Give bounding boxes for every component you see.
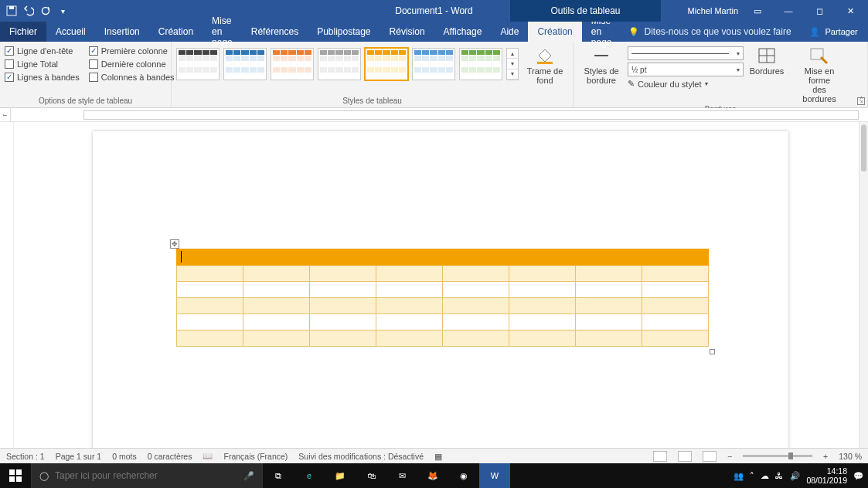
border-styles-button[interactable]: Styles de bordure bbox=[578, 45, 625, 85]
table-style-1[interactable] bbox=[223, 48, 267, 80]
border-painter-label: Mise en forme des bordures bbox=[795, 66, 844, 103]
borders-button[interactable]: Bordures bbox=[747, 45, 787, 76]
status-words[interactable]: 0 mots bbox=[112, 452, 137, 461]
table-style-5[interactable] bbox=[412, 48, 455, 80]
scroll-thumb[interactable] bbox=[861, 125, 866, 171]
network-icon[interactable]: 🖧 bbox=[775, 471, 784, 480]
collapse-ribbon-icon[interactable]: ˄ bbox=[859, 96, 863, 104]
tell-me-input[interactable] bbox=[644, 26, 791, 37]
tab-home[interactable]: Accueil bbox=[46, 22, 95, 42]
svg-rect-3 bbox=[537, 62, 553, 64]
taskbar-clock[interactable]: 14:18 08/01/2019 bbox=[806, 466, 847, 485]
spellcheck-icon[interactable]: 📖 bbox=[203, 451, 213, 461]
firefox-icon[interactable]: 🦊 bbox=[417, 463, 448, 488]
pen-color-button[interactable]: ✎ Couleur du stylet ▾ bbox=[628, 79, 744, 89]
taskbar-search[interactable]: ◯ 🎤 bbox=[31, 463, 263, 488]
onedrive-icon[interactable]: ☁ bbox=[761, 471, 769, 480]
table-style-3[interactable] bbox=[318, 48, 361, 80]
table-style-0[interactable] bbox=[176, 48, 220, 80]
borders-label: Bordures bbox=[750, 66, 785, 76]
opt-last-col-label: Dernière colonne bbox=[101, 59, 166, 69]
redo-icon[interactable] bbox=[40, 5, 51, 16]
ribbon-display-icon[interactable]: ▭ bbox=[746, 0, 769, 22]
vertical-scrollbar[interactable]: ▴ ▾ bbox=[859, 122, 868, 463]
clock-time: 14:18 bbox=[806, 466, 847, 476]
opt-first-col[interactable]: Première colonne bbox=[89, 46, 175, 56]
pen-color-label: Couleur du stylet bbox=[638, 80, 702, 89]
pen-style-combo[interactable] bbox=[628, 46, 744, 60]
status-section[interactable]: Section : 1 bbox=[6, 452, 45, 461]
gallery-more[interactable]: ▴▾▾ bbox=[506, 48, 519, 80]
opt-banded-rows[interactable]: Lignes à bandes bbox=[5, 73, 80, 82]
start-button[interactable] bbox=[0, 463, 31, 488]
contextual-tab-title: Outils de tableau bbox=[510, 0, 661, 22]
chrome-icon[interactable]: ◉ bbox=[448, 463, 479, 488]
tray-up-icon[interactable]: ˄ bbox=[750, 471, 754, 480]
explorer-icon[interactable]: 📁 bbox=[325, 463, 356, 488]
pen-weight-combo[interactable]: ½ pt bbox=[628, 63, 744, 76]
qat-more-icon[interactable]: ▾ bbox=[57, 5, 68, 16]
taskbar-search-input[interactable] bbox=[55, 470, 237, 481]
view-print-icon[interactable] bbox=[678, 451, 692, 462]
tab-references[interactable]: Références bbox=[242, 22, 308, 42]
save-icon[interactable] bbox=[6, 5, 17, 16]
opt-total-row[interactable]: Ligne Total bbox=[5, 59, 80, 69]
share-icon: 👤 bbox=[809, 27, 820, 37]
minimize-icon[interactable]: — bbox=[777, 0, 800, 22]
table-style-2[interactable] bbox=[271, 48, 314, 80]
view-read-icon[interactable] bbox=[653, 451, 667, 462]
tab-table-layout[interactable]: Mise en page bbox=[582, 22, 621, 42]
people-icon[interactable]: 👥 bbox=[734, 471, 744, 481]
undo-icon[interactable] bbox=[23, 5, 34, 16]
status-bar: Section : 1 Page 1 sur 1 0 mots 0 caract… bbox=[0, 448, 868, 463]
share-button[interactable]: 👤 Partager bbox=[798, 22, 868, 42]
table-style-gallery[interactable]: ▴▾▾ bbox=[176, 45, 519, 80]
mail-icon[interactable]: ✉ bbox=[386, 463, 417, 488]
opt-header-row[interactable]: Ligne d'en-tête bbox=[5, 46, 80, 56]
table-style-6[interactable] bbox=[459, 48, 502, 80]
group-label-styles: Styles de tableau bbox=[176, 95, 568, 107]
close-icon[interactable]: ✕ bbox=[839, 0, 862, 22]
mic-icon[interactable]: 🎤 bbox=[243, 471, 254, 481]
volume-icon[interactable]: 🔊 bbox=[790, 471, 800, 481]
tab-review[interactable]: Révision bbox=[380, 22, 434, 42]
tab-layout[interactable]: Mise en page bbox=[203, 22, 242, 42]
shading-button[interactable]: Trame de fond bbox=[522, 45, 568, 85]
tab-view[interactable]: Affichage bbox=[434, 22, 492, 42]
task-view-icon[interactable]: ⧉ bbox=[263, 463, 294, 488]
document-page[interactable]: ✥ bbox=[93, 131, 788, 456]
status-language[interactable]: Français (France) bbox=[223, 452, 288, 461]
opt-banded-cols[interactable]: Colonnes à bandes bbox=[89, 73, 175, 82]
edge-icon[interactable]: e bbox=[294, 463, 325, 488]
view-web-icon[interactable] bbox=[703, 451, 717, 462]
tab-insert[interactable]: Insertion bbox=[95, 22, 149, 42]
status-track-changes[interactable]: Suivi des modifications : Désactivé bbox=[298, 452, 424, 461]
user-name[interactable]: Michel Martin bbox=[688, 6, 738, 15]
zoom-out-icon[interactable]: − bbox=[727, 452, 732, 461]
tab-file[interactable]: Fichier bbox=[0, 22, 46, 42]
tab-table-design[interactable]: Création bbox=[528, 22, 581, 42]
horizontal-ruler[interactable] bbox=[83, 110, 859, 120]
store-icon[interactable]: 🛍 bbox=[356, 463, 386, 488]
status-page[interactable]: Page 1 sur 1 bbox=[56, 452, 102, 461]
svg-point-2 bbox=[43, 8, 49, 15]
status-chars[interactable]: 0 caractères bbox=[148, 452, 192, 461]
word-icon[interactable]: W bbox=[479, 463, 510, 488]
maximize-icon[interactable]: ◻ bbox=[808, 0, 831, 22]
tell-me[interactable]: 💡 bbox=[621, 22, 798, 42]
opt-last-col[interactable]: Dernière colonne bbox=[89, 59, 175, 69]
border-painter-button[interactable]: Mise en forme des bordures bbox=[790, 45, 849, 103]
tab-help[interactable]: Aide bbox=[491, 22, 528, 42]
zoom-value[interactable]: 130 % bbox=[839, 452, 862, 461]
tab-mailings[interactable]: Publipostage bbox=[308, 22, 380, 42]
notifications-icon[interactable]: 💬 bbox=[853, 471, 863, 481]
vertical-ruler[interactable] bbox=[0, 122, 14, 463]
zoom-in-icon[interactable]: + bbox=[823, 452, 828, 461]
document-table[interactable] bbox=[176, 249, 709, 347]
table-resize-handle[interactable] bbox=[710, 349, 715, 354]
zoom-slider[interactable] bbox=[743, 455, 812, 457]
table-style-4[interactable] bbox=[365, 48, 408, 80]
table-move-handle[interactable]: ✥ bbox=[170, 239, 179, 249]
macro-icon[interactable]: ▦ bbox=[434, 452, 442, 461]
tab-design[interactable]: Création bbox=[149, 22, 203, 42]
